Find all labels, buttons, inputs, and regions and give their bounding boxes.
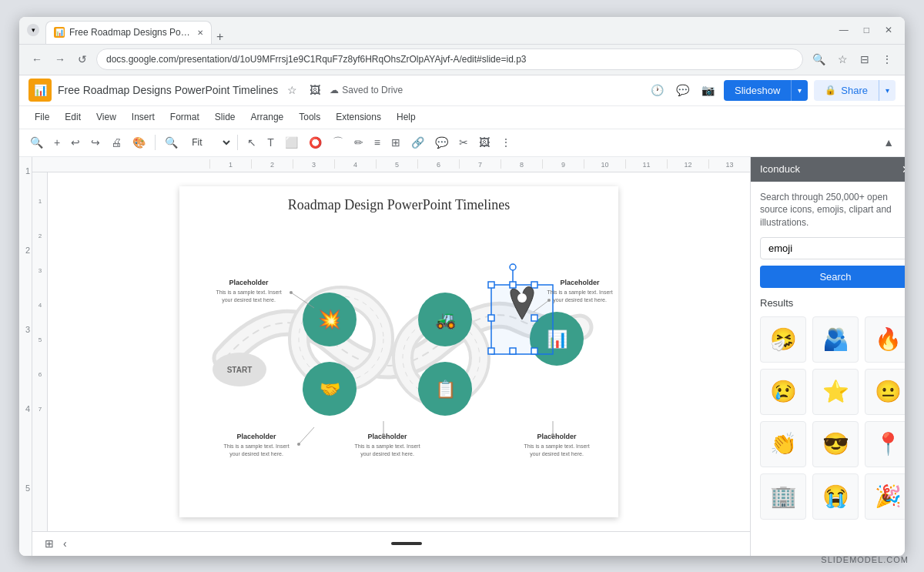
share-button[interactable]: 🔒 Share <box>814 80 879 101</box>
toolbar-line[interactable]: ✏ <box>350 133 368 152</box>
toolbar-undo[interactable]: ↩ <box>66 133 85 152</box>
menu-arrange[interactable]: Arrange <box>245 109 290 125</box>
menu-slide[interactable]: Slide <box>209 109 242 125</box>
emoji-item-11[interactable]: 😭 <box>812 473 859 520</box>
svg-text:your desired text here.: your desired text here. <box>553 297 607 303</box>
svg-point-71 <box>510 264 516 270</box>
svg-rect-69 <box>531 315 537 321</box>
toolbar-select[interactable]: ↖ <box>243 133 261 152</box>
emoji-item-6[interactable]: 😐 <box>865 369 905 415</box>
image-button[interactable]: 🖼 <box>306 81 323 99</box>
slide-canvas[interactable]: Roadmap Design PowerPoint Timelines <box>179 186 618 517</box>
close-button[interactable]: ✕ <box>880 23 897 37</box>
svg-text:3: 3 <box>38 267 42 274</box>
toolbar-text[interactable]: T <box>263 133 279 152</box>
svg-rect-63 <box>531 282 537 288</box>
menu-file[interactable]: File <box>28 109 55 125</box>
emoji-item-9[interactable]: 📍 <box>865 421 905 467</box>
comments-button[interactable]: 💬 <box>673 81 692 99</box>
active-tab[interactable]: 📊 Free Roadmap Designs PowerP… ✕ <box>45 21 212 44</box>
emoji-item-7[interactable]: 👏 <box>760 421 806 467</box>
menu-edit[interactable]: Edit <box>59 109 87 125</box>
iconduck-search-input[interactable] <box>760 237 905 259</box>
svg-text:This is a sample text. Insert: This is a sample text. Insert <box>524 443 589 450</box>
maximize-button[interactable]: □ <box>859 23 874 37</box>
cast-icon[interactable]: ⊟ <box>857 50 872 69</box>
toolbar-comment[interactable]: 💬 <box>430 133 453 152</box>
emoji-item-10[interactable]: 🏢 <box>760 473 806 520</box>
canvas-area[interactable]: Roadmap Design PowerPoint Timelines <box>48 172 750 531</box>
svg-rect-62 <box>488 282 494 288</box>
iconduck-close-button[interactable]: ✕ <box>902 163 905 176</box>
svg-text:6: 6 <box>38 371 42 378</box>
toolbar-sep-2 <box>237 135 238 150</box>
zoom-selector[interactable]: Fit 50% 75% 100% <box>184 135 233 150</box>
svg-text:5: 5 <box>38 336 42 343</box>
forward-button[interactable]: → <box>52 50 69 69</box>
emoji-item-8[interactable]: 😎 <box>812 421 859 467</box>
back-button[interactable]: ← <box>28 50 45 69</box>
svg-text:This is a sample text. Insert: This is a sample text. Insert <box>354 443 420 450</box>
toolbar-shape[interactable]: ⌒ <box>328 132 348 152</box>
emoji-item-12[interactable]: 🎉 <box>865 473 905 520</box>
ruler-mark: 5 <box>376 159 417 169</box>
menu-view[interactable]: View <box>90 109 122 125</box>
svg-text:your desired text here.: your desired text here. <box>530 451 584 457</box>
emoji-item-2[interactable]: 🫂 <box>812 316 859 363</box>
refresh-button[interactable]: ↺ <box>75 50 90 69</box>
toolbar-link[interactable]: 🔗 <box>407 133 429 152</box>
toolbar-image[interactable]: 🖼 <box>474 133 494 152</box>
bookmark-icon[interactable]: ☆ <box>835 50 851 69</box>
toolbar-more[interactable]: ⋮ <box>496 133 516 152</box>
star-button[interactable]: ☆ <box>284 81 300 99</box>
prev-slide-button[interactable]: ‹ <box>63 537 67 550</box>
menu-extensions[interactable]: Extensions <box>330 109 387 125</box>
menu-format[interactable]: Format <box>164 109 206 125</box>
new-tab-button[interactable]: + <box>216 30 223 44</box>
minimize-button[interactable]: — <box>835 23 853 37</box>
toolbar-sep-1 <box>155 135 156 150</box>
zoom-icon[interactable]: 🔍 <box>809 50 829 69</box>
toolbar-search[interactable]: 🔍 <box>160 133 182 152</box>
toolbar-crop[interactable]: ✂ <box>454 133 473 152</box>
menu-insert[interactable]: Insert <box>126 109 161 125</box>
emoji-item-3[interactable]: 🔥 <box>865 316 905 363</box>
svg-text:Placeholder: Placeholder <box>236 433 276 440</box>
toolbar-print[interactable]: 🖨 <box>106 133 126 152</box>
more-icon[interactable]: ⋮ <box>879 50 896 69</box>
address-input[interactable] <box>96 49 803 70</box>
toolbar-table[interactable]: ⊞ <box>387 133 405 152</box>
slideshow-button-group: Slideshow ▾ <box>724 80 808 101</box>
ruler-mark: 6 <box>417 159 459 169</box>
header-right: 🕐 💬 📷 Slideshow ▾ 🔒 Share ▾ <box>648 80 896 101</box>
tab-close-btn[interactable]: ✕ <box>197 28 203 37</box>
menu-tools[interactable]: Tools <box>293 109 326 125</box>
emoji-item-1[interactable]: 🤧 <box>760 316 806 363</box>
svg-text:This is a sample text. Insert: This is a sample text. Insert <box>547 289 612 296</box>
watermark: SLIDEMODEL.COM <box>821 555 909 564</box>
menu-help[interactable]: Help <box>390 109 422 125</box>
slideshow-button[interactable]: Slideshow <box>724 80 791 101</box>
toolbar-paint[interactable]: 🎨 <box>128 133 150 152</box>
toolbar-add[interactable]: + <box>49 133 65 152</box>
svg-point-82 <box>547 299 551 302</box>
grid-view-button[interactable]: ⊞ <box>42 534 57 553</box>
toolbar-collapse[interactable]: ▲ <box>879 133 899 152</box>
history-button[interactable]: 🕐 <box>648 81 667 99</box>
toolbar-rect[interactable]: ⬜ <box>280 133 303 152</box>
camera-button[interactable]: 📷 <box>698 81 718 99</box>
svg-point-77 <box>290 291 293 294</box>
ruler-mark: 9 <box>542 159 584 169</box>
share-dropdown-button[interactable]: ▾ <box>879 80 896 101</box>
emoji-item-5[interactable]: ⭐ <box>812 369 859 415</box>
toolbar-zoom-in[interactable]: 🔍 <box>25 133 48 152</box>
toolbar-align[interactable]: ≡ <box>370 133 385 152</box>
iconduck-search-button[interactable]: Search <box>760 266 905 288</box>
emoji-item-4[interactable]: 😢 <box>760 369 806 415</box>
slideshow-dropdown-button[interactable]: ▾ <box>791 80 808 101</box>
svg-rect-68 <box>488 315 494 321</box>
toolbar-redo[interactable]: ↪ <box>86 133 105 152</box>
toolbar-circle[interactable]: ⭕ <box>304 133 326 152</box>
svg-rect-66 <box>510 282 516 288</box>
tab-dropdown[interactable]: ▾ <box>27 24 39 36</box>
